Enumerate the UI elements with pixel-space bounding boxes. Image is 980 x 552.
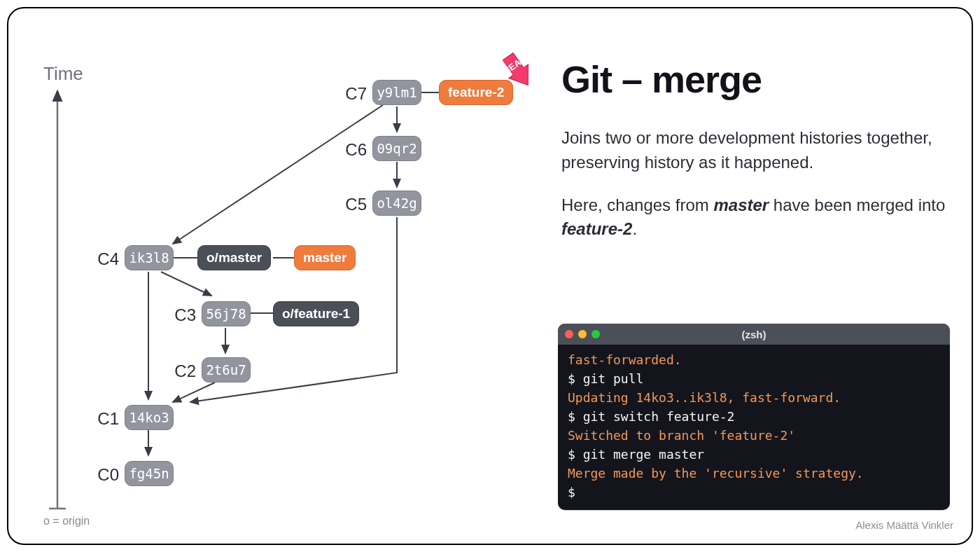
terminal-line: $ git merge master: [568, 445, 940, 464]
commit-c5: ol42g: [372, 191, 421, 216]
commit-c0: fg45n: [125, 461, 174, 486]
remote-o-master: o/master: [197, 245, 271, 270]
commit-c1: 14ko3: [125, 405, 174, 430]
commit-label-c4: C4: [91, 249, 119, 269]
description-2: Here, changes from master have been merg…: [561, 193, 953, 242]
time-axis-label: Time: [43, 63, 83, 85]
branch-master: master: [294, 245, 356, 270]
terminal-line: $: [568, 483, 940, 502]
terminal-line: Switched to branch 'feature-2': [568, 426, 940, 445]
description-1: Joins two or more development histories …: [561, 126, 953, 175]
author-credit: Alexis Määttä Vinkler: [855, 519, 953, 531]
diagram-frame: Time o = origin: [7, 7, 973, 545]
terminal-window: (zsh) fast-forwarded. $ git pull Updatin…: [558, 324, 950, 510]
terminal-line: fast-forwarded.: [568, 350, 940, 369]
terminal-body: fast-forwarded. $ git pull Updating 14ko…: [558, 345, 950, 510]
commit-label-c1: C1: [91, 409, 119, 429]
svg-line-5: [161, 272, 211, 296]
commit-label-c0: C0: [91, 465, 119, 485]
commit-label-c7: C7: [339, 84, 367, 104]
terminal-line: $ git pull: [568, 369, 940, 388]
commit-c6: 09qr2: [372, 136, 421, 161]
commit-c7: y9lm1: [372, 80, 421, 105]
remote-o-feature-1: o/feature-1: [273, 301, 359, 326]
origin-legend: o = origin: [43, 515, 90, 527]
commit-label-c5: C5: [339, 195, 367, 214]
terminal-title: (zsh): [558, 329, 950, 340]
git-graph: Time o = origin: [8, 8, 554, 545]
svg-line-2: [173, 105, 383, 244]
page-title: Git – merge: [561, 57, 953, 101]
commit-c2: 2t6u7: [202, 357, 251, 382]
terminal-titlebar: (zsh): [558, 324, 950, 345]
commit-c3: 56j78: [202, 301, 251, 326]
commit-c4: ik3l8: [125, 245, 174, 270]
terminal-line: Merge made by the 'recursive' strategy.: [568, 464, 940, 483]
head-pointer-icon: HEAD: [493, 46, 542, 95]
commit-label-c3: C3: [168, 305, 196, 325]
svg-line-8: [173, 382, 215, 402]
commit-label-c2: C2: [168, 361, 196, 381]
explanation-panel: Git – merge Joins two or more developmen…: [561, 57, 953, 260]
terminal-line: Updating 14ko3..ik3l8, fast-forward.: [568, 388, 940, 407]
commit-label-c6: C6: [339, 140, 367, 160]
terminal-line: $ git switch feature-2: [568, 407, 940, 426]
